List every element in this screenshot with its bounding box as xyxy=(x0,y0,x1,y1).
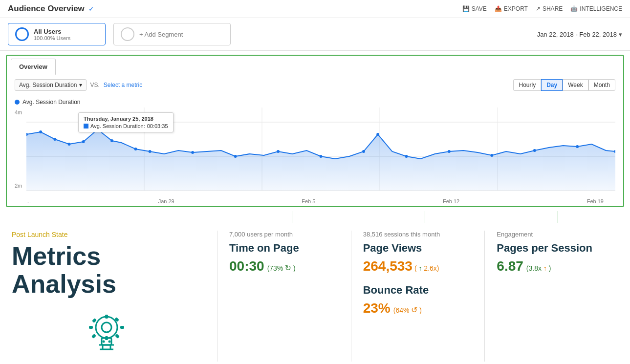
metric-col-time-on-page: 7,000 users per month Time on Page 00:30… xyxy=(217,231,351,362)
segment-circle xyxy=(15,27,29,41)
pages-per-session-name: Pages per Session xyxy=(497,242,607,255)
time-on-page-value: 00:30 xyxy=(229,258,264,274)
svg-rect-33 xyxy=(120,326,124,329)
month-button[interactable]: Month xyxy=(588,79,615,91)
chart-legend: Avg. Session Duration xyxy=(15,99,615,106)
tooltip-row: Avg. Session Duration: 00:03:35 xyxy=(84,123,168,129)
svg-point-22 xyxy=(405,155,408,158)
svg-point-13 xyxy=(110,139,113,142)
hourly-button[interactable]: Hourly xyxy=(513,79,541,91)
pages-per-session-change: (3.8x ↑ ) xyxy=(526,264,551,272)
time-on-page-subtitle: 7,000 users per month xyxy=(229,231,339,238)
svg-point-25 xyxy=(533,149,536,152)
svg-point-26 xyxy=(576,145,579,148)
week-button[interactable]: Week xyxy=(563,79,588,91)
intelligence-icon: 🤖 xyxy=(570,5,578,12)
time-on-page-name: Time on Page xyxy=(229,242,339,255)
connector-line-1 xyxy=(292,211,292,223)
share-icon: ↗ xyxy=(536,5,541,12)
legend-dot xyxy=(15,100,20,105)
metric-selector[interactable]: Avg. Session Duration ▾ xyxy=(15,79,87,91)
page-views-change: ( ↑ 2.6x) xyxy=(414,264,439,272)
svg-point-14 xyxy=(134,148,137,150)
connector-line-2 xyxy=(425,211,425,223)
svg-point-19 xyxy=(320,155,323,158)
svg-point-9 xyxy=(53,138,56,141)
chart-area: Avg. Session Duration Thursday, January … xyxy=(7,95,623,206)
connector-line-3 xyxy=(558,211,558,223)
select-metric-link[interactable]: Select a metric xyxy=(104,82,142,88)
pages-per-session-subtitle: Engagement xyxy=(497,231,607,238)
svg-point-43 xyxy=(103,341,105,343)
day-button[interactable]: Day xyxy=(541,79,563,91)
bounce-rate-change: (64% ↺ ) xyxy=(393,305,422,315)
all-users-segment[interactable]: All Users 100.00% Users xyxy=(8,23,106,45)
metric-col-page-views: 38,516 sessions this month Page Views 26… xyxy=(351,231,485,362)
intelligence-label: INTELLIGENCE xyxy=(580,5,622,12)
bounce-rate-name: Bounce Rate xyxy=(363,284,473,297)
post-launch-label: Post Launch State xyxy=(12,231,201,238)
svg-point-11 xyxy=(82,140,85,143)
share-label: SHARE xyxy=(543,5,563,12)
pages-per-session-value: 6.87 xyxy=(497,258,523,274)
chart-controls: Avg. Session Duration ▾ VS. Select a met… xyxy=(7,75,623,95)
svg-point-21 xyxy=(376,133,379,136)
svg-rect-37 xyxy=(115,334,120,339)
gear-lightbulb-icon xyxy=(82,308,131,357)
vs-label: VS. xyxy=(90,82,100,88)
x-label-jan29: Jan 29 xyxy=(158,198,174,204)
segment-bar: All Users 100.00% Users + Add Segment Ja… xyxy=(0,18,630,51)
segment-name: All Users xyxy=(34,28,70,35)
svg-point-29 xyxy=(102,322,111,332)
save-button[interactable]: 💾 SAVE xyxy=(462,5,487,12)
overview-tab[interactable]: Overview xyxy=(11,59,56,75)
page-views-subtitle: 38,516 sessions this month xyxy=(363,231,473,238)
save-label: SAVE xyxy=(472,5,487,12)
export-button[interactable]: 📤 EXPORT xyxy=(495,5,528,12)
dropdown-arrow-icon: ▾ xyxy=(79,82,82,88)
top-bar-actions: 💾 SAVE 📤 EXPORT ↗ SHARE 🤖 INTELLIGENCE xyxy=(462,5,622,12)
legend-label: Avg. Session Duration xyxy=(22,99,81,106)
bottom-left: Post Launch State Metrics Analysis xyxy=(12,231,217,362)
top-bar: Audience Overview ✓ 💾 SAVE 📤 EXPORT ↗ SH… xyxy=(0,0,630,18)
metric-label: Avg. Session Duration xyxy=(19,82,77,88)
bounce-rate-value: 23% xyxy=(363,300,391,316)
analytics-panel: Overview Avg. Session Duration ▾ VS. Sel… xyxy=(6,55,624,207)
svg-rect-34 xyxy=(92,318,97,323)
metrics-analysis-title: Metrics Analysis xyxy=(12,242,201,298)
svg-point-24 xyxy=(490,154,493,157)
add-segment-button[interactable]: + Add Segment xyxy=(113,23,231,45)
date-range[interactable]: Jan 22, 2018 - Feb 22, 2018 ▾ xyxy=(537,31,622,38)
x-label-feb19: Feb 19 xyxy=(587,198,604,204)
intelligence-button[interactable]: 🤖 INTELLIGENCE xyxy=(570,5,622,12)
svg-rect-32 xyxy=(89,326,93,329)
chart-tooltip: Thursday, January 25, 2018 Avg. Session … xyxy=(78,112,174,132)
y-label-4m: 4m xyxy=(15,109,22,115)
date-range-text: Jan 22, 2018 - Feb 22, 2018 xyxy=(537,31,617,38)
svg-point-15 xyxy=(149,150,152,153)
metric-col-pages-per-session: Engagement Pages per Session 6.87 (3.8x … xyxy=(484,231,618,362)
export-icon: 📤 xyxy=(495,5,502,12)
x-label-start: ... xyxy=(26,198,31,204)
time-on-page-change: (73% ↺ ) xyxy=(267,263,296,273)
top-bar-left: Audience Overview ✓ xyxy=(8,4,94,14)
tooltip-metric-label: Avg. Session Duration: xyxy=(90,123,145,129)
svg-point-23 xyxy=(448,150,451,153)
date-range-arrow: ▾ xyxy=(619,31,622,38)
x-label-feb12: Feb 12 xyxy=(443,198,459,204)
page-views-value: 264,533 xyxy=(363,258,413,274)
svg-point-28 xyxy=(96,317,117,338)
svg-point-18 xyxy=(277,150,280,153)
x-label-feb5: Feb 5 xyxy=(302,198,315,204)
svg-point-10 xyxy=(68,143,71,146)
svg-point-8 xyxy=(39,130,42,133)
segment-sub: 100.00% Users xyxy=(34,35,70,41)
svg-rect-30 xyxy=(105,315,108,319)
svg-point-44 xyxy=(109,341,111,343)
page-title: Audience Overview xyxy=(8,4,85,14)
share-button[interactable]: ↗ SHARE xyxy=(536,5,563,12)
verified-icon: ✓ xyxy=(88,5,94,13)
time-buttons: Hourly Day Week Month xyxy=(513,79,615,91)
tooltip-title: Thursday, January 25, 2018 xyxy=(84,116,168,122)
segment-text: All Users 100.00% Users xyxy=(34,28,70,41)
